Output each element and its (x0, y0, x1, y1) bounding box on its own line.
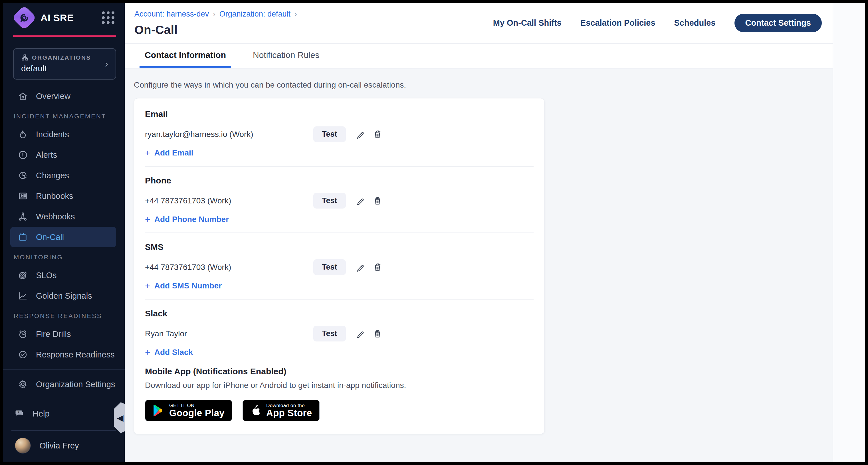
brand-underline (13, 35, 116, 37)
user-profile[interactable]: Olivia Frey (3, 431, 125, 462)
badge-line2: Google Play (169, 408, 224, 418)
sidebar-item-alerts[interactable]: Alerts (10, 145, 116, 165)
nav-section-response-readiness: RESPONSE READINESS (3, 312, 125, 320)
delete-sms-button[interactable] (371, 261, 384, 274)
sidebar-item-organization-settings[interactable]: Organization Settings (10, 374, 116, 395)
alarm-clock-icon (18, 329, 28, 339)
phone-section: Phone +44 7873761703 (Work) Test (145, 176, 534, 233)
trash-icon (373, 262, 382, 272)
nav-contact-settings-button[interactable]: Contact Settings (735, 14, 822, 32)
plus-icon: + (145, 281, 150, 290)
test-phone-button[interactable]: Test (313, 193, 346, 209)
edit-phone-button[interactable] (354, 194, 367, 207)
add-slack-link[interactable]: + Add Slack (145, 348, 193, 357)
sidebar-item-overview[interactable]: Overview (10, 86, 116, 106)
sidebar-item-runbooks[interactable]: Runbooks (10, 186, 116, 206)
sidebar-item-label: Changes (36, 171, 69, 180)
app-root: AI SRE ORGANIZATIONS default › (3, 3, 865, 462)
edit-slack-button[interactable] (354, 327, 367, 340)
tab-notification-rules[interactable]: Notification Rules (248, 44, 324, 68)
sidebar-item-on-call[interactable]: On-Call (10, 227, 116, 247)
add-sms-label: Add SMS Number (154, 281, 222, 290)
alert-hexagon-icon (18, 150, 28, 160)
help-chat-icon: ? (14, 408, 25, 419)
contact-row-slack: Ryan Taylor Test (145, 326, 534, 341)
add-email-link[interactable]: + Add Email (145, 148, 193, 157)
section-title-email: Email (145, 109, 534, 119)
target-icon (18, 270, 28, 280)
badge-line1: GET IT ON (169, 403, 224, 408)
sidebar-divider (3, 369, 125, 370)
sidebar-item-changes[interactable]: Changes (10, 165, 116, 186)
history-clock-icon (18, 170, 28, 181)
sidebar-item-label: Help (33, 409, 50, 418)
organization-selector[interactable]: ORGANIZATIONS default › (13, 48, 116, 80)
sidebar-item-response-readiness[interactable]: Response Readiness (10, 344, 116, 365)
plus-icon: + (145, 215, 150, 224)
sidebar-item-label: Fire Drills (36, 330, 71, 339)
sidebar-item-label: SLOs (36, 271, 57, 280)
scrollbar-gutter[interactable] (833, 3, 865, 462)
sidebar-item-help[interactable]: ? Help (7, 403, 116, 424)
breadcrumb-account-link[interactable]: Account: harness-dev (134, 10, 209, 19)
mobile-app-section: Mobile App (Notifications Enabled) Downl… (145, 367, 534, 421)
nav-section-incident-management: INCIDENT MANAGEMENT (3, 113, 125, 120)
test-sms-button[interactable]: Test (313, 259, 346, 275)
app-switcher-grid-icon[interactable] (102, 11, 115, 24)
contact-row-email: ryan.taylor@harness.io (Work) Test (145, 126, 534, 142)
google-play-icon (153, 405, 163, 416)
sidebar-item-label: Golden Signals (36, 291, 92, 301)
plus-icon: + (145, 148, 150, 157)
tab-contact-information[interactable]: Contact Information (140, 44, 231, 68)
sidebar-item-label: Runbooks (36, 191, 73, 201)
google-play-badge[interactable]: GET IT ON Google Play (145, 400, 232, 421)
breadcrumb-organization-link[interactable]: Organization: default (219, 10, 290, 19)
logo-row: AI SRE (3, 3, 125, 33)
breadcrumb: Account: harness-dev › Organization: def… (134, 10, 297, 19)
trash-icon (373, 329, 382, 339)
email-section: Email ryan.taylor@harness.io (Work) Test (145, 109, 534, 166)
home-icon (18, 91, 28, 101)
tab-bar: Contact Information Notification Rules (125, 44, 833, 68)
plus-icon: + (145, 348, 150, 357)
user-name: Olivia Frey (39, 441, 79, 451)
email-value: ryan.taylor@harness.io (Work) (145, 130, 313, 139)
add-phone-link[interactable]: + Add Phone Number (145, 215, 229, 224)
sms-value: +44 7873761703 (Work) (145, 263, 313, 272)
delete-slack-button[interactable] (371, 327, 384, 340)
runbook-icon (18, 191, 28, 201)
webhook-icon (18, 211, 28, 222)
org-hierarchy-icon (21, 54, 29, 61)
sidebar-item-golden-signals[interactable]: Golden Signals (10, 285, 116, 306)
sidebar-item-label: Alerts (36, 150, 57, 160)
edit-sms-button[interactable] (354, 261, 367, 274)
test-slack-button[interactable]: Test (313, 326, 346, 341)
phone-value: +44 7873761703 (Work) (145, 196, 313, 206)
avatar (15, 438, 31, 454)
sidebar-item-slos[interactable]: SLOs (10, 265, 116, 285)
app-logo-icon (12, 5, 37, 30)
chevron-right-icon: › (105, 59, 108, 68)
nav-my-on-call-shifts[interactable]: My On-Call Shifts (493, 18, 562, 28)
organization-selector-text: ORGANIZATIONS default (21, 54, 105, 73)
add-sms-link[interactable]: + Add SMS Number (145, 281, 222, 290)
apple-icon (250, 405, 260, 416)
sidebar-item-webhooks[interactable]: Webhooks (10, 206, 116, 227)
org-selector-value: default (21, 64, 105, 73)
trash-icon (373, 129, 382, 139)
section-title-sms: SMS (145, 242, 534, 252)
app-store-badge[interactable]: Download on the App Store (243, 400, 319, 421)
delete-email-button[interactable] (371, 128, 384, 141)
section-divider (145, 166, 534, 166)
pencil-icon (355, 196, 365, 206)
chevron-right-icon: › (213, 10, 215, 19)
delete-phone-button[interactable] (371, 194, 384, 207)
test-email-button[interactable]: Test (313, 126, 346, 142)
content-area: Configure the ways in which you can be c… (125, 68, 833, 462)
sidebar-item-fire-drills[interactable]: Fire Drills (10, 324, 116, 344)
sidebar-item-incidents[interactable]: Incidents (10, 124, 116, 145)
slack-value: Ryan Taylor (145, 329, 313, 338)
edit-email-button[interactable] (354, 128, 367, 141)
nav-escalation-policies[interactable]: Escalation Policies (580, 18, 655, 28)
nav-schedules[interactable]: Schedules (674, 18, 716, 28)
